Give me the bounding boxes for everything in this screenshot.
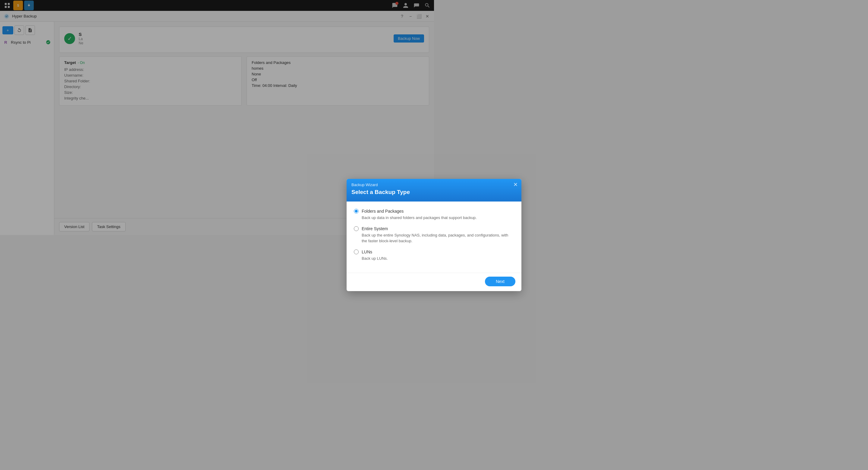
option-system-radio[interactable]	[354, 226, 359, 231]
option-system[interactable]: Entire System Back up the entire Synolog…	[354, 226, 434, 235]
option-folders-desc: Back up data in shared folders and packa…	[354, 215, 434, 221]
modal-header: Backup Wizard Select a Backup Type ✕	[347, 179, 434, 202]
option-folders-label: Folders and Packages	[354, 209, 434, 213]
modal-header-subtitle: Select a Backup Type	[351, 189, 434, 196]
backup-wizard-modal: Backup Wizard Select a Backup Type ✕ Fol…	[347, 179, 434, 235]
modal-overlay[interactable]: Backup Wizard Select a Backup Type ✕ Fol…	[0, 0, 434, 235]
option-system-label: Entire System	[354, 226, 434, 231]
option-folders-radio[interactable]	[354, 209, 359, 213]
option-system-name: Entire System	[362, 226, 388, 231]
option-folders[interactable]: Folders and Packages Back up data in sha…	[354, 209, 434, 221]
modal-body: Folders and Packages Back up data in sha…	[347, 202, 434, 235]
option-system-desc: Back up the entire Synology NAS, includi…	[354, 232, 434, 235]
modal-header-title: Backup Wizard	[351, 182, 434, 187]
option-folders-name: Folders and Packages	[362, 209, 404, 213]
